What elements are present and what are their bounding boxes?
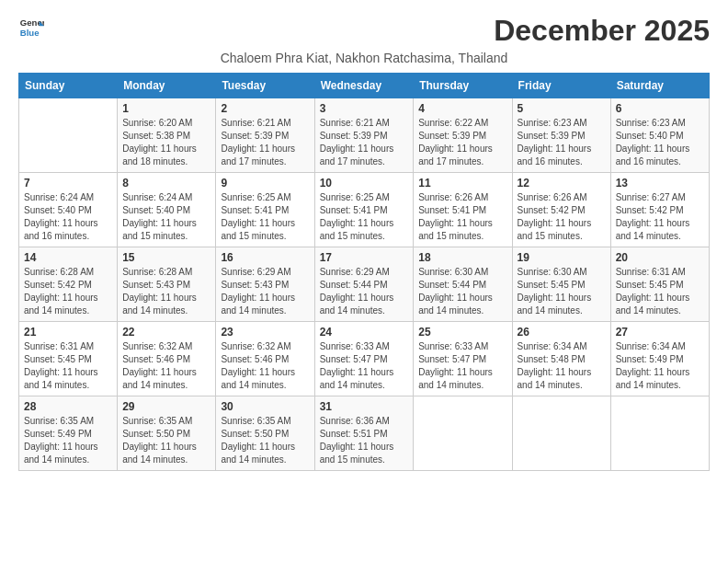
calendar-cell: 23Sunrise: 6:32 AM Sunset: 5:46 PM Dayli… [216,322,314,396]
weekday-header-tuesday: Tuesday [216,74,314,98]
calendar-cell: 4Sunrise: 6:22 AM Sunset: 5:39 PM Daylig… [414,98,512,173]
day-info: Sunrise: 6:24 AM Sunset: 5:40 PM Dayligh… [24,191,112,243]
weekday-header-wednesday: Wednesday [314,74,414,98]
header: General Blue December 2025 [18,15,710,47]
calendar-week-4: 21Sunrise: 6:31 AM Sunset: 5:45 PM Dayli… [19,322,710,396]
day-info: Sunrise: 6:34 AM Sunset: 5:49 PM Dayligh… [616,340,704,392]
calendar-cell [512,396,610,471]
day-number: 20 [616,251,704,264]
calendar-cell: 5Sunrise: 6:23 AM Sunset: 5:39 PM Daylig… [512,98,610,173]
day-info: Sunrise: 6:31 AM Sunset: 5:45 PM Dayligh… [24,340,112,392]
day-number: 27 [616,326,704,339]
day-info: Sunrise: 6:35 AM Sunset: 5:50 PM Dayligh… [221,415,309,466]
calendar-cell [19,98,118,173]
day-number: 18 [418,251,506,264]
calendar-week-3: 14Sunrise: 6:28 AM Sunset: 5:42 PM Dayli… [19,247,710,322]
weekday-header-monday: Monday [118,74,216,98]
calendar-cell [414,396,512,471]
calendar-cell: 29Sunrise: 6:35 AM Sunset: 5:50 PM Dayli… [118,396,216,471]
day-number: 12 [518,177,606,190]
day-info: Sunrise: 6:27 AM Sunset: 5:42 PM Dayligh… [616,191,704,243]
calendar-cell: 30Sunrise: 6:35 AM Sunset: 5:50 PM Dayli… [216,396,314,471]
calendar-cell: 14Sunrise: 6:28 AM Sunset: 5:42 PM Dayli… [19,247,118,322]
day-info: Sunrise: 6:33 AM Sunset: 5:47 PM Dayligh… [418,340,506,392]
day-number: 10 [320,177,409,190]
day-number: 19 [518,251,606,264]
day-info: Sunrise: 6:20 AM Sunset: 5:38 PM Dayligh… [122,117,210,168]
day-info: Sunrise: 6:25 AM Sunset: 5:41 PM Dayligh… [221,191,309,243]
svg-text:Blue: Blue [20,28,40,38]
day-number: 21 [24,326,112,339]
day-info: Sunrise: 6:36 AM Sunset: 5:51 PM Dayligh… [320,415,409,466]
calendar-cell: 12Sunrise: 6:26 AM Sunset: 5:42 PM Dayli… [512,173,610,247]
day-number: 6 [616,102,704,115]
day-info: Sunrise: 6:35 AM Sunset: 5:50 PM Dayligh… [122,415,210,466]
calendar-cell: 11Sunrise: 6:26 AM Sunset: 5:41 PM Dayli… [414,173,512,247]
day-info: Sunrise: 6:29 AM Sunset: 5:43 PM Dayligh… [221,266,309,317]
day-number: 30 [221,400,309,413]
calendar-cell: 25Sunrise: 6:33 AM Sunset: 5:47 PM Dayli… [414,322,512,396]
day-number: 23 [221,326,309,339]
day-info: Sunrise: 6:32 AM Sunset: 5:46 PM Dayligh… [221,340,309,392]
day-info: Sunrise: 6:22 AM Sunset: 5:39 PM Dayligh… [418,117,506,168]
day-info: Sunrise: 6:31 AM Sunset: 5:45 PM Dayligh… [616,266,704,317]
day-info: Sunrise: 6:26 AM Sunset: 5:42 PM Dayligh… [518,191,606,243]
calendar-cell: 31Sunrise: 6:36 AM Sunset: 5:51 PM Dayli… [314,396,414,471]
day-number: 28 [24,400,112,413]
day-number: 24 [320,326,409,339]
calendar-cell [610,396,709,471]
day-number: 29 [122,400,210,413]
day-info: Sunrise: 6:28 AM Sunset: 5:43 PM Dayligh… [122,266,210,317]
calendar-cell: 10Sunrise: 6:25 AM Sunset: 5:41 PM Dayli… [314,173,414,247]
calendar-cell: 7Sunrise: 6:24 AM Sunset: 5:40 PM Daylig… [19,173,118,247]
day-number: 22 [122,326,210,339]
day-info: Sunrise: 6:21 AM Sunset: 5:39 PM Dayligh… [221,117,309,168]
calendar-cell: 18Sunrise: 6:30 AM Sunset: 5:44 PM Dayli… [414,247,512,322]
calendar-cell: 15Sunrise: 6:28 AM Sunset: 5:43 PM Dayli… [118,247,216,322]
calendar-cell: 20Sunrise: 6:31 AM Sunset: 5:45 PM Dayli… [610,247,709,322]
day-info: Sunrise: 6:26 AM Sunset: 5:41 PM Dayligh… [418,191,506,243]
day-number: 9 [221,177,309,190]
calendar-cell: 22Sunrise: 6:32 AM Sunset: 5:46 PM Dayli… [118,322,216,396]
day-info: Sunrise: 6:33 AM Sunset: 5:47 PM Dayligh… [320,340,409,392]
day-info: Sunrise: 6:23 AM Sunset: 5:40 PM Dayligh… [616,117,704,168]
calendar-week-5: 28Sunrise: 6:35 AM Sunset: 5:49 PM Dayli… [19,396,710,471]
calendar-cell: 16Sunrise: 6:29 AM Sunset: 5:43 PM Dayli… [216,247,314,322]
day-info: Sunrise: 6:30 AM Sunset: 5:44 PM Dayligh… [418,266,506,317]
calendar-cell: 9Sunrise: 6:25 AM Sunset: 5:41 PM Daylig… [216,173,314,247]
calendar-header-row: SundayMondayTuesdayWednesdayThursdayFrid… [19,74,710,98]
day-info: Sunrise: 6:28 AM Sunset: 5:42 PM Dayligh… [24,266,112,317]
day-info: Sunrise: 6:24 AM Sunset: 5:40 PM Dayligh… [122,191,210,243]
calendar-table: SundayMondayTuesdayWednesdayThursdayFrid… [18,73,710,471]
subtitle: Chaloem Phra Kiat, Nakhon Ratchasima, Th… [18,51,710,65]
day-number: 5 [518,102,606,115]
day-number: 26 [518,326,606,339]
day-number: 15 [122,251,210,264]
calendar-cell: 2Sunrise: 6:21 AM Sunset: 5:39 PM Daylig… [216,98,314,173]
title-block: December 2025 [494,15,710,47]
day-info: Sunrise: 6:34 AM Sunset: 5:48 PM Dayligh… [518,340,606,392]
main-title: December 2025 [494,15,710,47]
day-number: 31 [320,400,409,413]
calendar-week-2: 7Sunrise: 6:24 AM Sunset: 5:40 PM Daylig… [19,173,710,247]
calendar-week-1: 1Sunrise: 6:20 AM Sunset: 5:38 PM Daylig… [19,98,710,173]
calendar-cell: 6Sunrise: 6:23 AM Sunset: 5:40 PM Daylig… [610,98,709,173]
weekday-header-sunday: Sunday [19,74,118,98]
day-number: 4 [418,102,506,115]
day-number: 14 [24,251,112,264]
day-info: Sunrise: 6:25 AM Sunset: 5:41 PM Dayligh… [320,191,409,243]
day-info: Sunrise: 6:35 AM Sunset: 5:49 PM Dayligh… [24,415,112,466]
calendar-cell: 28Sunrise: 6:35 AM Sunset: 5:49 PM Dayli… [19,396,118,471]
calendar-cell: 1Sunrise: 6:20 AM Sunset: 5:38 PM Daylig… [118,98,216,173]
calendar-body: 1Sunrise: 6:20 AM Sunset: 5:38 PM Daylig… [19,98,710,471]
day-number: 17 [320,251,409,264]
calendar-cell: 27Sunrise: 6:34 AM Sunset: 5:49 PM Dayli… [610,322,709,396]
calendar-cell: 3Sunrise: 6:21 AM Sunset: 5:39 PM Daylig… [314,98,414,173]
day-number: 16 [221,251,309,264]
calendar-cell: 24Sunrise: 6:33 AM Sunset: 5:47 PM Dayli… [314,322,414,396]
day-number: 11 [418,177,506,190]
weekday-header-friday: Friday [512,74,610,98]
day-number: 1 [122,102,210,115]
calendar-cell: 19Sunrise: 6:30 AM Sunset: 5:45 PM Dayli… [512,247,610,322]
calendar-cell: 13Sunrise: 6:27 AM Sunset: 5:42 PM Dayli… [610,173,709,247]
